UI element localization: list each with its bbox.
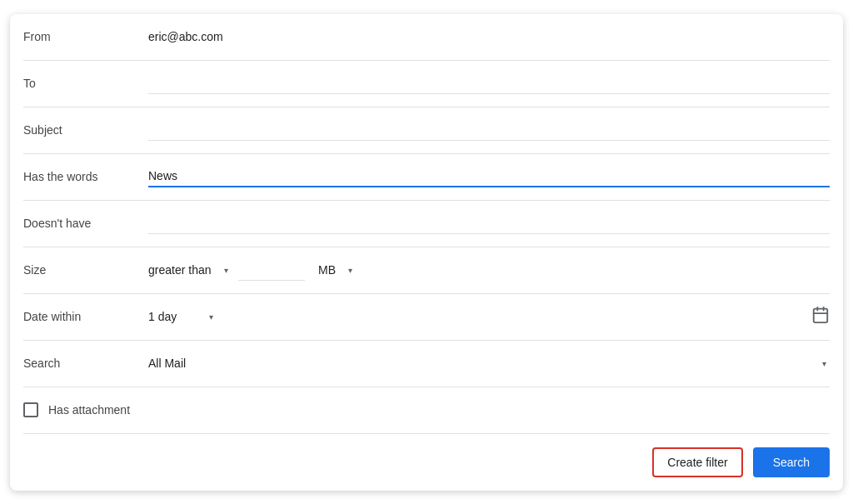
size-value-wrapper: [238, 260, 305, 281]
doesnt-have-label: Doesn't have: [23, 217, 148, 230]
has-attachment-label: Has attachment: [48, 403, 130, 417]
has-attachment-checkbox[interactable]: [23, 402, 38, 417]
from-label: From: [23, 30, 148, 43]
has-the-words-input[interactable]: [148, 166, 830, 187]
date-within-label: Date within: [23, 310, 148, 323]
search-filter-row: Search All Mail Inbox Starred ▾: [23, 341, 830, 387]
create-filter-button[interactable]: Create filter: [652, 447, 742, 477]
search-button[interactable]: Search: [753, 447, 830, 477]
to-label: To: [23, 77, 148, 90]
doesnt-have-row: Doesn't have: [23, 201, 830, 247]
size-unit-wrapper: MB KB GB ▾: [318, 263, 356, 277]
subject-label: Subject: [23, 123, 148, 137]
to-row: To: [23, 61, 830, 107]
size-comparison-select[interactable]: greater than less than: [148, 263, 232, 277]
size-comparison-wrapper: greater than less than ▾: [148, 263, 232, 277]
search-select[interactable]: All Mail Inbox Starred: [148, 357, 830, 370]
size-unit-select[interactable]: MB KB GB: [318, 263, 356, 277]
has-the-words-label: Has the words: [23, 170, 148, 183]
has-the-words-row: Has the words: [23, 154, 830, 201]
date-within-select[interactable]: 1 day 3 days 1 week 2 weeks 1 month 2 mo…: [148, 310, 217, 323]
doesnt-have-input[interactable]: [148, 213, 830, 234]
subject-row: Subject: [23, 107, 830, 154]
search-filter-dialog: From To Subject Has the words Doesn't ha…: [10, 14, 843, 491]
subject-input[interactable]: [148, 120, 830, 141]
size-label: Size: [23, 263, 148, 277]
size-row: Size greater than less than ▾ MB KB GB ▾: [23, 247, 830, 294]
from-row: From: [23, 14, 830, 61]
search-select-wrapper: All Mail Inbox Starred ▾: [148, 357, 830, 370]
dialog-footer: Create filter Search: [23, 434, 830, 477]
size-value-input[interactable]: [238, 260, 305, 281]
svg-rect-0: [814, 308, 828, 322]
has-attachment-row: Has attachment: [23, 387, 830, 434]
calendar-icon[interactable]: [811, 306, 830, 328]
to-input[interactable]: [148, 73, 830, 94]
from-input[interactable]: [148, 27, 830, 47]
search-filter-label: Search: [23, 357, 148, 370]
date-within-wrapper: 1 day 3 days 1 week 2 weeks 1 month 2 mo…: [148, 310, 217, 323]
date-within-row: Date within 1 day 3 days 1 week 2 weeks …: [23, 294, 830, 341]
